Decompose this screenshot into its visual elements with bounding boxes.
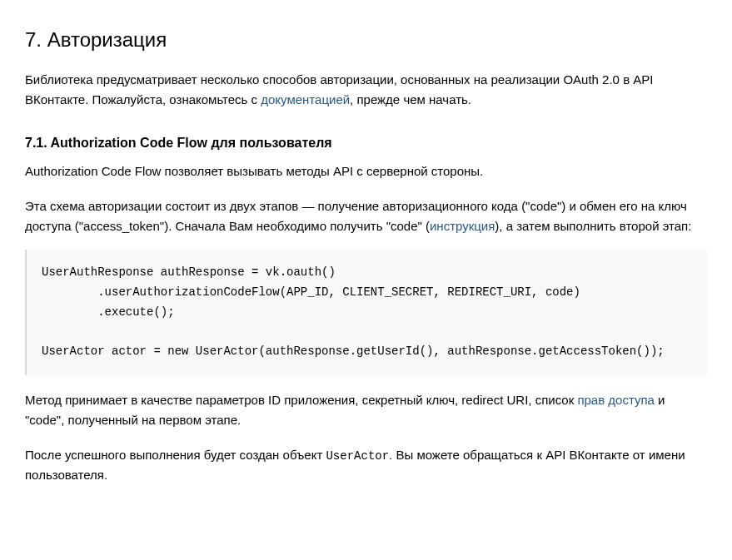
p2: Эта схема авторизации состоит из двух эт… (25, 196, 707, 236)
documentation-link[interactable]: документацией (261, 92, 350, 107)
code-block: UserAuthResponse authResponse = vk.oauth… (25, 250, 707, 375)
p4: После успешного выполнения будет создан … (25, 445, 707, 485)
p3-text-1: Метод принимает в качестве параметров ID… (25, 393, 577, 407)
p3: Метод принимает в качестве параметров ID… (25, 390, 707, 430)
intro-text-2: , прежде чем начать. (350, 92, 471, 107)
instruction-link[interactable]: инструкция (430, 219, 495, 233)
access-rights-link[interactable]: прав доступа (577, 393, 655, 407)
p4-text-1: После успешного выполнения будет создан … (25, 448, 326, 462)
p1: Authorization Code Flow позволяет вызыва… (25, 161, 707, 181)
subsection-heading: 7.1. Authorization Code Flow для пользов… (25, 133, 707, 153)
intro-paragraph: Библиотека предусматривает несколько спо… (25, 70, 707, 110)
inline-code-useractor: UserActor (326, 449, 389, 463)
p2-text-2: ), а затем выполнить второй этап: (495, 219, 691, 233)
section-heading: 7. Авторизация (25, 25, 707, 55)
